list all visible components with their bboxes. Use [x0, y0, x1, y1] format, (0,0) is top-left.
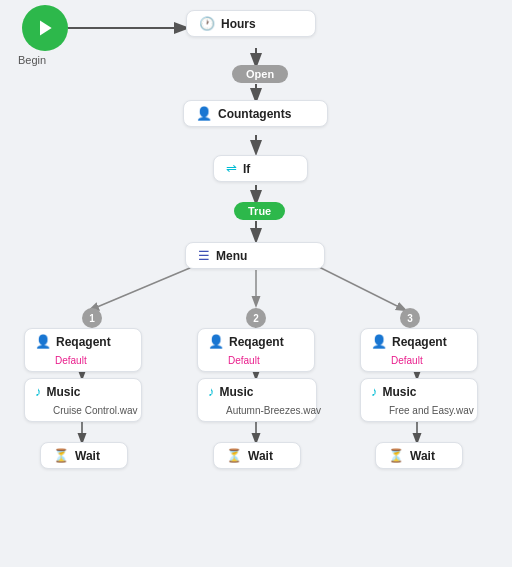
music-label-3: Music — [383, 385, 417, 399]
reagent-sub-2: Default — [228, 355, 260, 366]
branch-icon: ⇌ — [226, 161, 237, 176]
person-icon-1: 👤 — [196, 106, 212, 121]
clock-icon: 🕐 — [199, 16, 215, 31]
person-icon-3: 👤 — [208, 334, 224, 349]
person-icon-4: 👤 — [371, 334, 387, 349]
begin-node[interactable] — [22, 5, 68, 51]
wait-node-1[interactable]: ⏳ Wait — [40, 442, 128, 469]
reagent-node-1[interactable]: 👤 Reqagent Default — [24, 328, 142, 372]
open-pill[interactable]: Open — [232, 65, 288, 83]
music-sub-2: Autumn-Breezes.wav — [226, 405, 321, 416]
music-node-1[interactable]: ♪ Music Cruise Control.wav — [24, 378, 142, 422]
svg-line-8 — [315, 265, 405, 310]
wait-label-2: Wait — [248, 449, 273, 463]
music-sub-1: Cruise Control.wav — [53, 405, 137, 416]
if-label: If — [243, 162, 250, 176]
true-pill[interactable]: True — [234, 202, 285, 220]
reagent-label-2: Reqagent — [229, 335, 284, 349]
wait-label-3: Wait — [410, 449, 435, 463]
music-icon-2: ♪ — [208, 384, 215, 399]
music-icon-1: ♪ — [35, 384, 42, 399]
reagent-sub-1: Default — [55, 355, 87, 366]
if-node[interactable]: ⇌ If — [213, 155, 308, 182]
wait-label-1: Wait — [75, 449, 100, 463]
menu-node[interactable]: ☰ Menu — [185, 242, 325, 269]
music-node-2[interactable]: ♪ Music Autumn-Breezes.wav — [197, 378, 317, 422]
begin-label: Begin — [18, 54, 46, 66]
reagent-node-3[interactable]: 👤 Reqagent Default — [360, 328, 478, 372]
person-icon-2: 👤 — [35, 334, 51, 349]
badge-3: 3 — [400, 308, 420, 328]
wait-node-3[interactable]: ⏳ Wait — [375, 442, 463, 469]
countagents-node[interactable]: 👤 Countagents — [183, 100, 328, 127]
wait-icon-2: ⏳ — [226, 448, 242, 463]
music-label-1: Music — [47, 385, 81, 399]
menu-icon: ☰ — [198, 248, 210, 263]
music-label-2: Music — [220, 385, 254, 399]
wait-icon-1: ⏳ — [53, 448, 69, 463]
wait-icon-3: ⏳ — [388, 448, 404, 463]
svg-line-6 — [90, 265, 197, 310]
flow-lines — [0, 0, 512, 567]
hours-label: Hours — [221, 17, 256, 31]
countagents-label: Countagents — [218, 107, 291, 121]
badge-1: 1 — [82, 308, 102, 328]
music-node-3[interactable]: ♪ Music Free and Easy.wav — [360, 378, 478, 422]
flow-canvas: Begin 🕐 Hours Open 👤 Countagents ⇌ If Tr… — [0, 0, 512, 567]
reagent-sub-3: Default — [391, 355, 423, 366]
hours-node[interactable]: 🕐 Hours — [186, 10, 316, 37]
music-icon-3: ♪ — [371, 384, 378, 399]
menu-label: Menu — [216, 249, 247, 263]
music-sub-3: Free and Easy.wav — [389, 405, 474, 416]
badge-2: 2 — [246, 308, 266, 328]
wait-node-2[interactable]: ⏳ Wait — [213, 442, 301, 469]
reagent-node-2[interactable]: 👤 Reqagent Default — [197, 328, 315, 372]
reagent-label-3: Reqagent — [392, 335, 447, 349]
reagent-label-1: Reqagent — [56, 335, 111, 349]
